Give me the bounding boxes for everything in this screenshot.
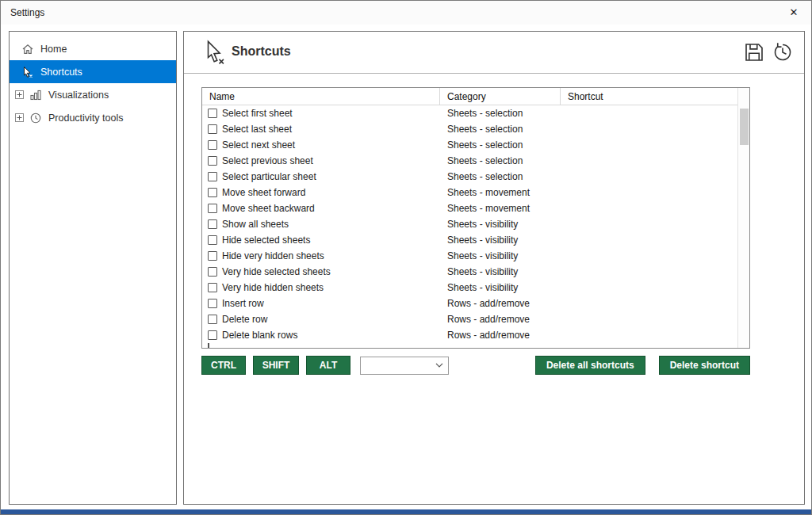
delete-all-shortcuts-button[interactable]: Delete all shortcuts: [535, 356, 645, 375]
row-name: Move sheet forward: [222, 187, 305, 198]
row-name: Move sheet backward: [222, 203, 315, 214]
expand-icon[interactable]: [15, 90, 24, 99]
row-name: Select particular sheet: [222, 171, 316, 182]
table-row[interactable]: Show all sheets Sheets - visibility: [202, 216, 737, 232]
save-button[interactable]: [742, 40, 766, 64]
key-dropdown[interactable]: [360, 357, 449, 375]
table-row[interactable]: Move sheet backward Sheets - movement: [202, 200, 737, 216]
row-category: Sheets - visibility: [440, 266, 561, 277]
column-header-shortcut: Shortcut: [561, 88, 737, 105]
partial-row: [202, 343, 737, 349]
table-scrollbar[interactable]: [737, 88, 749, 348]
history-clock-icon: [771, 40, 795, 64]
row-checkbox[interactable]: [208, 188, 217, 197]
window-titlebar: Settings ✕: [1, 1, 811, 25]
page-title: Shortcuts: [232, 44, 291, 59]
sidebar-item-shortcuts[interactable]: Shortcuts: [10, 60, 176, 83]
table-row[interactable]: Very hide hidden sheets Sheets - visibil…: [202, 280, 737, 296]
close-button[interactable]: ✕: [779, 1, 808, 24]
table-row[interactable]: Select particular sheet Sheets - selecti…: [202, 169, 737, 185]
chevron-down-icon: [435, 363, 443, 368]
table-row[interactable]: Select last sheet Sheets - selection: [202, 121, 737, 137]
table-row[interactable]: Hide very hidden sheets Sheets - visibil…: [202, 248, 737, 264]
row-category: Sheets - visibility: [440, 282, 561, 293]
sidebar-item-label: Home: [40, 44, 67, 55]
row-category: Sheets - movement: [440, 203, 561, 214]
row-category: Sheets - visibility: [440, 235, 561, 246]
clock-icon: [29, 112, 42, 124]
row-checkbox[interactable]: [208, 315, 217, 324]
cursor-icon: [203, 40, 227, 67]
row-checkbox[interactable]: [208, 283, 217, 292]
row-name: Delete blank rows: [222, 330, 297, 341]
close-icon: ✕: [790, 6, 799, 18]
row-category: Rows - add/remove: [440, 330, 561, 341]
shortcuts-table: Name Category Shortcut Select first shee…: [201, 87, 750, 349]
table-row[interactable]: Select next sheet Sheets - selection: [202, 137, 737, 153]
row-checkbox[interactable]: [208, 219, 217, 229]
row-name: Very hide selected sheets: [222, 266, 331, 277]
table-row[interactable]: Delete row Rows - add/remove: [202, 311, 737, 327]
row-name: Insert row: [222, 298, 264, 309]
sidebar-item-label: Visualizations: [48, 90, 109, 101]
row-checkbox[interactable]: [208, 330, 217, 340]
row-checkbox[interactable]: [208, 343, 209, 349]
cursor-icon: [21, 66, 34, 78]
row-category: Sheets - selection: [440, 108, 561, 119]
window-bottom-accent: [1, 509, 811, 514]
row-checkbox[interactable]: [208, 156, 217, 166]
table-row[interactable]: Delete blank rows Rows - add/remove: [202, 327, 737, 343]
column-header-category: Category: [440, 88, 561, 105]
row-category: Sheets - visibility: [440, 219, 561, 230]
table-row[interactable]: Hide selected sheets Sheets - visibility: [202, 232, 737, 248]
row-category: Sheets - movement: [440, 187, 561, 198]
reset-button[interactable]: [771, 40, 795, 64]
row-name: Delete row: [222, 314, 267, 325]
window-title: Settings: [10, 7, 44, 18]
shift-key-button[interactable]: SHIFT: [253, 356, 299, 375]
row-checkbox[interactable]: [208, 299, 217, 308]
row-category: Sheets - visibility: [440, 250, 561, 261]
ctrl-key-button[interactable]: CTRL: [201, 356, 246, 375]
row-name: Hide very hidden sheets: [222, 250, 324, 261]
bar-chart-icon: [29, 89, 42, 101]
main-header: Shortcuts: [184, 32, 804, 74]
table-body: Select first sheet Sheets - selection Se…: [202, 105, 737, 343]
row-name: Select next sheet: [222, 139, 295, 151]
row-category: Rows - add/remove: [440, 298, 561, 309]
table-row[interactable]: Move sheet forward Sheets - movement: [202, 185, 737, 200]
floppy-disk-icon: [742, 40, 766, 64]
row-checkbox[interactable]: [208, 204, 217, 213]
delete-shortcut-button[interactable]: Delete shortcut: [659, 356, 750, 375]
table-row[interactable]: Insert row Rows - add/remove: [202, 296, 737, 311]
row-category: Sheets - selection: [440, 155, 561, 166]
scrollbar-thumb[interactable]: [740, 109, 749, 145]
table-row[interactable]: Select previous sheet Sheets - selection: [202, 153, 737, 169]
sidebar-item-productivity-tools[interactable]: Productivity tools: [10, 106, 176, 129]
sidebar-item-visualizations[interactable]: Visualizations: [10, 83, 176, 106]
row-category: Sheets - selection: [440, 124, 561, 135]
row-name: Hide selected sheets: [222, 235, 310, 246]
table-header-row: Name Category Shortcut: [202, 88, 737, 105]
row-name: Select first sheet: [222, 108, 293, 119]
row-checkbox[interactable]: [208, 124, 217, 134]
column-header-name: Name: [202, 88, 440, 105]
row-checkbox[interactable]: [208, 109, 217, 118]
row-category: Sheets - selection: [440, 171, 561, 182]
alt-key-button[interactable]: ALT: [306, 356, 350, 375]
row-checkbox[interactable]: [208, 251, 217, 261]
row-checkbox[interactable]: [208, 140, 217, 150]
table-row[interactable]: Very hide selected sheets Sheets - visib…: [202, 264, 737, 280]
row-checkbox[interactable]: [208, 235, 217, 245]
row-checkbox[interactable]: [208, 172, 217, 181]
sidebar-item-label: Productivity tools: [48, 113, 123, 124]
row-name: Select previous sheet: [222, 155, 313, 166]
expand-icon[interactable]: [15, 113, 24, 122]
sidebar-item-home[interactable]: Home: [10, 37, 176, 60]
row-checkbox[interactable]: [208, 267, 217, 277]
shortcut-controls: CTRL SHIFT ALT Delete all shortcuts Dele…: [201, 355, 750, 376]
home-icon: [21, 43, 34, 55]
row-category: Rows - add/remove: [440, 314, 561, 325]
row-name: Show all sheets: [222, 219, 289, 230]
table-row[interactable]: Select first sheet Sheets - selection: [202, 105, 737, 121]
